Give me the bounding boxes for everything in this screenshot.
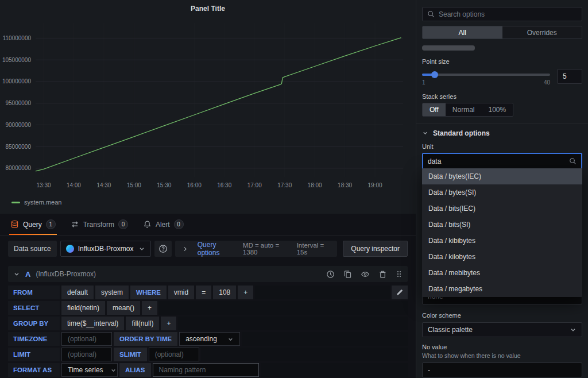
query-segment-value[interactable]: system <box>95 286 129 299</box>
query-row-filler <box>159 301 408 315</box>
unit-dropdown-option[interactable]: Data / kilobytes <box>422 249 582 265</box>
query-options-label[interactable]: Query options <box>198 241 234 257</box>
query-options-bar[interactable]: Query options MD = auto = 1380 Interval … <box>175 241 338 257</box>
query-segment-select[interactable]: ascending <box>179 332 240 346</box>
unit-dropdown-option[interactable]: Data / mebibytes <box>422 265 582 281</box>
query-row-filler <box>201 348 408 361</box>
svg-text:15:00: 15:00 <box>127 182 141 188</box>
no-value-input[interactable]: - <box>422 362 582 377</box>
chevron-right-icon <box>182 246 188 252</box>
chevron-down-icon <box>422 130 428 136</box>
query-segment-value[interactable]: = <box>196 286 211 299</box>
tab-query[interactable]: Query 1 <box>10 214 56 235</box>
options-tab-overrides[interactable]: Overrides <box>502 26 582 38</box>
edit-tabs: Query 1 Transform 0 Alert 0 <box>0 214 416 236</box>
query-row: SELECTfield(netin)mean()+ <box>8 301 408 315</box>
chart-panel: Panel Title 13:3014:0014:3015:0015:3016:… <box>0 0 416 214</box>
unit-input[interactable]: data <box>422 153 582 169</box>
query-segment-plus[interactable]: + <box>161 317 176 330</box>
panel-title: Panel Title <box>0 0 416 15</box>
query-row: FROMdefaultsystemWHEREvmid=108+ <box>8 286 408 299</box>
chevron-down-icon[interactable] <box>13 271 20 277</box>
no-value-label: No value <box>422 344 582 351</box>
query-segment-value[interactable]: 108 <box>213 286 236 299</box>
query-segment-value[interactable]: time($__interval) <box>61 317 124 330</box>
query-segment-value[interactable]: mean() <box>107 301 140 315</box>
unit-dropdown-option[interactable]: Data / kibibytes <box>422 233 582 249</box>
tab-transform-badge: 0 <box>118 219 128 229</box>
max-data-points-text: MD = auto = 1380 <box>243 242 288 256</box>
no-value-value: - <box>428 366 430 374</box>
unit-label: Unit <box>422 143 582 151</box>
unit-dropdown-option[interactable]: Data / megabytes <box>422 281 582 297</box>
datasource-picker[interactable]: InfluxDB-Proxmox <box>60 241 151 257</box>
trash-icon[interactable] <box>378 270 387 279</box>
standard-options-header[interactable]: Standard options <box>422 129 582 137</box>
query-inspector-button[interactable]: Query inspector <box>343 241 408 257</box>
legend-swatch <box>11 202 20 203</box>
point-size-label: Point size <box>422 58 582 65</box>
query-segment-value[interactable]: default <box>61 286 94 299</box>
svg-text:16:00: 16:00 <box>187 182 202 188</box>
legend-label[interactable]: system.mean <box>24 199 61 206</box>
query-segment-input[interactable]: (optional) <box>149 348 199 361</box>
svg-text:14:30: 14:30 <box>96 182 111 188</box>
unit-dropdown-option[interactable]: Data / bytes(SI) <box>422 184 582 200</box>
stack-option-normal[interactable]: Normal <box>446 103 482 116</box>
query-segment-value[interactable]: field(netin) <box>61 301 105 315</box>
stack-option-100[interactable]: 100% <box>481 103 513 116</box>
unit-dropdown-option[interactable]: Data / bits(SI) <box>422 217 582 233</box>
query-segment-input[interactable]: (optional) <box>61 348 112 361</box>
svg-text:18:30: 18:30 <box>338 182 352 188</box>
query-segment-input[interactable]: (optional) <box>61 332 112 346</box>
svg-text:105000000: 105000000 <box>2 57 31 63</box>
color-scheme-select[interactable]: Classic palette <box>422 322 582 337</box>
slider-track[interactable] <box>422 74 550 76</box>
svg-text:17:30: 17:30 <box>277 182 292 188</box>
query-segment-keyword: ALIAS <box>119 363 151 377</box>
svg-text:100000000: 100000000 <box>2 78 31 84</box>
slider-max-label: 40 <box>544 79 550 86</box>
options-filter-tabs: All Overrides <box>422 26 582 39</box>
svg-text:90000000: 90000000 <box>6 122 32 128</box>
transform-icon <box>71 220 79 229</box>
stack-series-label: Stack series <box>422 93 582 101</box>
query-rows: FROMdefaultsystemWHEREvmid=108+SELECTfie… <box>8 286 408 377</box>
color-scheme-label: Color scheme <box>422 312 582 319</box>
query-segment-plus[interactable]: + <box>142 301 157 315</box>
stack-option-off[interactable]: Off <box>423 103 446 116</box>
unit-dropdown-option[interactable]: Data / bits(IEC) <box>422 200 582 217</box>
pencil-icon[interactable] <box>392 286 408 299</box>
grafana-panel-editor: Panel Title 13:3014:0014:3015:0015:3016:… <box>0 0 588 378</box>
query-ref-id: A <box>25 270 30 279</box>
datasource-label: Data source <box>8 241 57 257</box>
drag-handle-icon[interactable] <box>396 270 403 278</box>
unit-dropdown-option[interactable]: Data / bytes(IEC) <box>422 168 582 184</box>
query-part-label: LIMIT <box>8 348 60 361</box>
svg-text:110000000: 110000000 <box>3 35 32 41</box>
query-segment-plus[interactable]: + <box>238 286 253 299</box>
point-size-value-input[interactable]: 5 <box>557 69 582 84</box>
options-tab-all[interactable]: All <box>423 26 502 38</box>
history-icon[interactable] <box>326 270 335 279</box>
datasource-help-button[interactable] <box>154 241 172 257</box>
tab-query-label: Query <box>23 221 42 229</box>
query-segment-value[interactable]: vmid <box>168 286 194 299</box>
stack-series-group: Off Normal 100% <box>422 103 513 117</box>
point-size-slider[interactable]: 1 40 <box>422 69 550 86</box>
tab-transform[interactable]: Transform 0 <box>71 214 128 235</box>
query-segment-select[interactable]: Time series <box>61 363 118 377</box>
svg-text:19:00: 19:00 <box>368 182 382 188</box>
query-row-header[interactable]: A (InfluxDB-Proxmox) <box>8 266 408 282</box>
tab-transform-label: Transform <box>83 221 114 229</box>
search-options-input[interactable]: Search options <box>422 7 582 21</box>
question-circle-icon <box>158 244 168 253</box>
svg-text:15:30: 15:30 <box>157 182 171 188</box>
query-row-filler <box>255 286 390 299</box>
query-segment-value[interactable]: fill(null) <box>126 317 159 330</box>
query-segment-winput[interactable]: Naming pattern <box>153 363 259 377</box>
slider-handle[interactable] <box>431 71 438 78</box>
eye-icon[interactable] <box>361 270 370 279</box>
copy-icon[interactable] <box>343 270 352 279</box>
tab-alert[interactable]: Alert 0 <box>143 214 184 235</box>
